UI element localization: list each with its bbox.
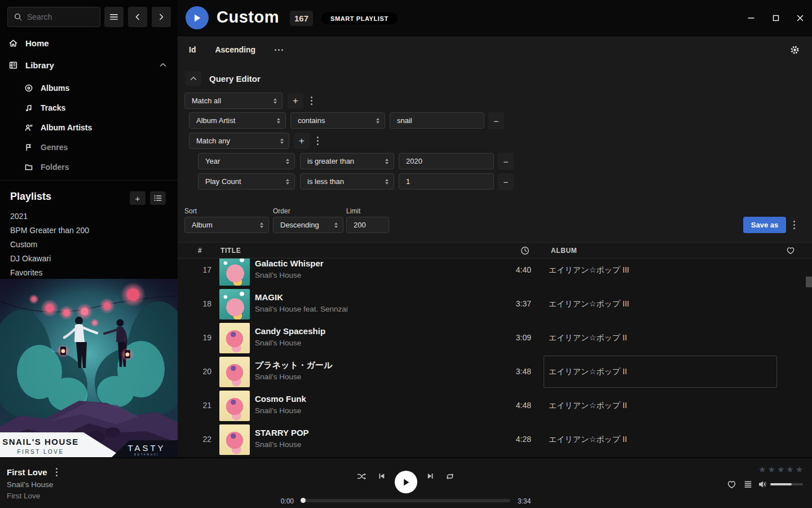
playlist-item[interactable]: 2021 xyxy=(0,209,178,223)
rule3-operator-select[interactable]: is less than xyxy=(300,173,394,190)
track-row[interactable]: 20プラネット・ガールSnail’s House3:48エイリアン☆ポップ II xyxy=(178,355,812,389)
track-album: エイリアン☆ポップ II xyxy=(549,333,627,343)
play-pause-button[interactable] xyxy=(395,471,417,493)
shuffle-button[interactable] xyxy=(356,472,367,481)
track-title: MAGIK xyxy=(255,292,283,302)
nav-forward-button[interactable] xyxy=(152,7,171,27)
folder-icon xyxy=(24,163,33,172)
album-art-thumbnail[interactable] xyxy=(219,289,250,319)
query-editor-collapse-button[interactable] xyxy=(186,71,201,86)
track-artist: Snail’s House xyxy=(255,440,301,449)
duration-clock-icon[interactable] xyxy=(520,243,529,259)
sidebar-item-album-artists[interactable]: Album Artists xyxy=(0,119,178,136)
rating-stars[interactable]: ★★★★★ xyxy=(758,465,803,475)
track-row[interactable]: 22STARRY POPSnail’s House4:28エイリアン☆ポップ I… xyxy=(178,423,812,457)
track-row[interactable]: 21Cosmo FunkSnail’s House4:48エイリアン☆ポップ I… xyxy=(178,389,812,423)
playlist-view-button[interactable] xyxy=(150,191,166,205)
group1-menu-icon[interactable] xyxy=(311,97,312,105)
star-icon[interactable]: ★ xyxy=(796,465,803,475)
rule2-value-input[interactable]: 2020 xyxy=(399,153,494,169)
sidebar-item-tracks[interactable]: Tracks xyxy=(0,99,178,116)
save-as-button[interactable]: Save as xyxy=(743,217,786,233)
rule3-value-input[interactable]: 1 xyxy=(399,173,494,190)
playlist-item[interactable]: Custom xyxy=(0,237,178,251)
now-playing-menu-icon[interactable] xyxy=(56,468,58,476)
nav-back-button[interactable] xyxy=(128,7,147,27)
search-box[interactable] xyxy=(7,7,100,27)
limit-input[interactable]: 200 xyxy=(346,217,389,233)
sidebar-item-library[interactable]: Library xyxy=(0,56,178,73)
progress-bar[interactable] xyxy=(301,499,510,502)
group1-match-select[interactable]: Match all xyxy=(184,93,283,109)
sort-select[interactable]: Album xyxy=(184,217,269,233)
sidebar-item-genres[interactable]: Genres xyxy=(0,139,178,156)
sidebar-item-folders[interactable]: Folders xyxy=(0,159,178,176)
window-close-button[interactable] xyxy=(791,10,809,27)
previous-track-button[interactable] xyxy=(377,472,386,480)
select-caret-icon xyxy=(286,159,289,164)
sidebar-item-home[interactable]: Home xyxy=(0,34,178,51)
search-input[interactable] xyxy=(27,12,92,21)
track-list: 17Galactic WhisperSnail’s House4:40エイリアン… xyxy=(178,259,812,457)
volume-icon[interactable] xyxy=(758,480,767,489)
track-duration: 3:48 xyxy=(482,367,531,376)
album-art-thumbnail[interactable] xyxy=(219,323,250,353)
track-album: エイリアン☆ポップ III xyxy=(549,299,629,309)
group1-add-rule-button[interactable]: + xyxy=(288,93,303,109)
sidebar-divider xyxy=(0,180,178,181)
rule2-remove-button[interactable]: − xyxy=(498,153,514,170)
save-menu-icon[interactable] xyxy=(793,221,795,229)
group2-match-select[interactable]: Match any xyxy=(189,133,289,149)
add-playlist-button[interactable]: + xyxy=(130,191,145,205)
star-icon[interactable]: ★ xyxy=(777,465,784,475)
progress-knob[interactable] xyxy=(301,498,306,503)
rule3-field-select[interactable]: Play Count xyxy=(198,173,295,190)
album-art-thumbnail[interactable] xyxy=(219,259,250,286)
rule2-operator-select[interactable]: is greater than xyxy=(300,153,394,169)
group2-add-rule-button[interactable]: + xyxy=(294,133,310,149)
album-art-thumbnail[interactable] xyxy=(219,357,250,387)
column-favorite-heart-icon[interactable] xyxy=(786,243,795,259)
playlist-item[interactable]: DJ Okawari xyxy=(0,251,178,265)
sort-direction-button[interactable]: Ascending xyxy=(215,45,255,54)
menu-button[interactable] xyxy=(104,7,123,27)
next-track-button[interactable] xyxy=(426,472,435,480)
list-icon xyxy=(154,195,162,202)
repeat-button[interactable] xyxy=(445,472,455,481)
settings-gear-icon[interactable] xyxy=(790,45,800,55)
column-index[interactable]: # xyxy=(198,243,202,259)
window-maximize-button[interactable] xyxy=(767,10,785,27)
order-select[interactable]: Descending xyxy=(273,217,343,233)
chevron-up-icon[interactable] xyxy=(160,63,166,67)
album-art-thumbnail[interactable] xyxy=(219,391,250,421)
sort-field-button[interactable]: Id xyxy=(189,45,196,54)
playlist-item[interactable]: Favorites xyxy=(0,265,178,279)
rule1-value-input[interactable]: snail xyxy=(390,112,484,129)
star-icon[interactable]: ★ xyxy=(767,465,775,475)
window-minimize-button[interactable] xyxy=(742,10,760,27)
rule2-field-select[interactable]: Year xyxy=(198,153,295,169)
column-title[interactable]: TITLE xyxy=(220,243,241,259)
favorite-heart-icon[interactable] xyxy=(727,480,736,489)
now-playing-album: First Love xyxy=(7,492,40,500)
track-row[interactable]: 18MAGIKSnail’s House feat. Sennzai3:37エイ… xyxy=(178,287,812,321)
more-options-icon[interactable] xyxy=(275,49,283,51)
queue-icon[interactable] xyxy=(743,480,753,489)
rule1-operator-select[interactable]: contains xyxy=(290,112,385,129)
play-playlist-button[interactable] xyxy=(186,6,209,29)
rule3-remove-button[interactable]: − xyxy=(498,173,514,190)
album-art-thumbnail[interactable] xyxy=(219,424,250,455)
track-row[interactable]: 19Candy SpaceshipSnail’s House3:09エイリアン☆… xyxy=(178,321,812,355)
column-album[interactable]: ALBUM xyxy=(551,243,577,259)
playlist-item[interactable]: BPM Greater than 200 xyxy=(0,223,178,237)
scrollbar-thumb[interactable] xyxy=(806,277,812,287)
rule1-remove-button[interactable]: − xyxy=(488,112,504,129)
sidebar-item-albums[interactable]: Albums xyxy=(0,80,178,97)
track-row[interactable]: 17Galactic WhisperSnail’s House4:40エイリアン… xyxy=(178,259,812,287)
now-playing-artwork[interactable]: SNAIL'S HOUSE FIRST LOVE TASTY BETAMAXI xyxy=(0,279,178,457)
star-icon[interactable]: ★ xyxy=(758,465,766,475)
group2-menu-icon[interactable] xyxy=(317,137,319,145)
volume-slider[interactable] xyxy=(770,483,803,485)
star-icon[interactable]: ★ xyxy=(786,465,793,475)
rule1-field-select[interactable]: Album Artist xyxy=(189,112,286,129)
